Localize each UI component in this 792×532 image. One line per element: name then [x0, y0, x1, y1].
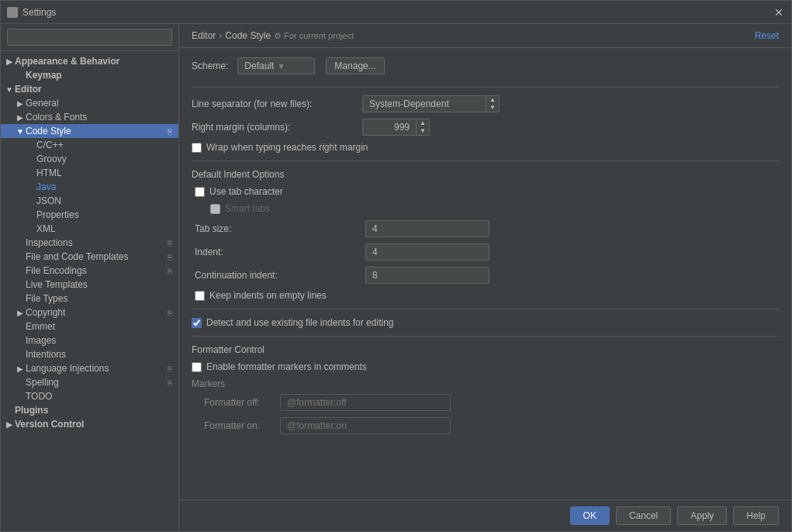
enable-formatter-row: Enable formatter markers in comments	[192, 361, 779, 372]
sidebar-label-java: Java	[36, 181, 175, 192]
sidebar-item-intentions[interactable]: Intentions	[1, 347, 178, 361]
sidebar-label-inspections: Inspections	[26, 237, 164, 248]
enable-formatter-checkbox[interactable]	[192, 362, 202, 372]
formatter-on-input[interactable]	[280, 417, 451, 434]
tree-arrow-version-control: ▶	[4, 419, 15, 430]
cancel-button[interactable]: Cancel	[616, 506, 671, 525]
sidebar-label-plugins: Plugins	[15, 405, 175, 416]
manage-button[interactable]: Manage...	[326, 57, 384, 74]
tree-spacer-plugins	[4, 405, 15, 416]
close-button[interactable]: ✕	[773, 6, 785, 19]
scheme-dropdown[interactable]: Default ▼	[237, 57, 315, 74]
tree-spacer-keymap	[15, 70, 26, 81]
sidebar-item-inspections[interactable]: Inspections⎘	[1, 236, 178, 250]
sidebar-item-json[interactable]: JSON	[1, 194, 178, 208]
keep-indents-label: Keep indents on empty lines	[209, 290, 327, 301]
smart-tabs-checkbox[interactable]	[210, 204, 220, 214]
help-button[interactable]: Help	[733, 506, 779, 525]
tree-spacer-spelling	[15, 377, 26, 388]
sidebar-item-groovy[interactable]: Groovy	[1, 152, 178, 166]
sidebar-item-editor[interactable]: ▼Editor	[1, 82, 178, 96]
sidebar-item-live-templates[interactable]: Live Templates	[1, 278, 178, 292]
continuation-label: Continuation indent:	[195, 270, 365, 281]
sidebar-label-xml: XML	[36, 223, 175, 234]
line-separator-control: System-Dependent ▲ ▼	[362, 95, 500, 112]
settings-window: Settings ✕ ▶Appearance & BehaviorKeymap▼…	[0, 0, 792, 532]
sidebar-label-images: Images	[26, 335, 175, 346]
formatter-on-label: Formatter on:	[204, 420, 274, 431]
divider-4	[192, 336, 779, 337]
indent-row: Indent:	[195, 244, 779, 261]
search-box	[1, 24, 178, 51]
wrap-checkbox-label: Wrap when typing reaches right margin	[206, 142, 368, 153]
sidebar-label-file-types: File Types	[26, 293, 175, 304]
detect-checkbox[interactable]	[192, 318, 202, 328]
search-input[interactable]	[7, 29, 172, 46]
sidebar-item-emmet[interactable]: Emmet	[1, 320, 178, 333]
line-sep-down-button[interactable]: ▼	[486, 104, 499, 112]
continuation-input[interactable]	[365, 267, 489, 284]
apply-button[interactable]: Apply	[677, 506, 727, 525]
sidebar-item-java[interactable]: Java	[1, 180, 178, 194]
smart-tabs-label: Smart tabs	[225, 203, 270, 214]
indent-input[interactable]	[365, 244, 489, 261]
sidebar-item-images[interactable]: Images	[1, 333, 178, 347]
sidebar-label-html: HTML	[36, 168, 175, 178]
right-margin-label: Right margin (columns):	[192, 122, 362, 133]
breadcrumb-parent: Editor	[192, 30, 216, 41]
scheme-row: Scheme: Default ▼ Manage...	[192, 57, 779, 74]
sidebar-item-lang-injections[interactable]: ▶Language Injections⎘	[1, 361, 178, 375]
sidebar-item-colors-fonts[interactable]: ▶Colors & Fonts	[1, 110, 178, 124]
formatter-off-row: Formatter off:	[204, 394, 779, 411]
reset-button[interactable]: Reset	[755, 30, 779, 41]
sidebar-item-version-control[interactable]: ▶Version Control	[1, 417, 178, 431]
line-separator-label: Line separator (for new files):	[192, 98, 362, 109]
sidebar-item-xml[interactable]: XML	[1, 222, 178, 236]
sidebar-item-file-encodings[interactable]: File Encodings⎘	[1, 264, 178, 278]
sidebar-label-file-code-templates: File and Code Templates	[26, 251, 164, 262]
tab-size-input[interactable]	[365, 220, 489, 237]
sidebar-item-general[interactable]: ▶General	[1, 96, 178, 110]
breadcrumb-current: Code Style	[225, 30, 271, 41]
wrap-checkbox-row: Wrap when typing reaches right margin	[192, 142, 779, 153]
panel-header: Editor › Code Style ⚙ For current projec…	[179, 24, 791, 48]
right-margin-row: Right margin (columns): ▲ ▼	[192, 119, 779, 136]
use-tab-checkbox[interactable]	[195, 187, 205, 197]
sidebar-item-file-types[interactable]: File Types	[1, 292, 178, 306]
sidebar-label-intentions: Intentions	[26, 349, 175, 360]
scheme-value: Default	[244, 60, 274, 71]
sidebar-item-copyright[interactable]: ▶Copyright⎘	[1, 306, 178, 320]
formatter-off-input[interactable]	[280, 394, 451, 411]
sidebar-item-appearance[interactable]: ▶Appearance & Behavior	[1, 54, 178, 68]
sidebar-item-file-code-templates[interactable]: File and Code Templates⎘	[1, 250, 178, 264]
keep-indents-row: Keep indents on empty lines	[195, 290, 779, 301]
sidebar-item-spelling[interactable]: Spelling⎘	[1, 375, 178, 389]
sidebar-label-groovy: Groovy	[36, 154, 175, 164]
sidebar-item-todo[interactable]: TODO	[1, 389, 178, 403]
right-margin-down-button[interactable]: ▼	[417, 127, 429, 135]
sidebar-item-code-style[interactable]: ▼Code Style⎘	[1, 124, 178, 138]
line-sep-up-button[interactable]: ▲	[486, 96, 499, 104]
right-margin-arrows: ▲ ▼	[417, 119, 430, 136]
sidebar-item-c-cpp[interactable]: C/C++	[1, 138, 178, 152]
sidebar-item-properties[interactable]: Properties	[1, 208, 178, 222]
divider-3	[192, 309, 779, 309]
continuation-row: Continuation indent:	[195, 267, 779, 284]
line-separator-value[interactable]: System-Dependent	[362, 95, 486, 112]
ok-button[interactable]: OK	[570, 506, 610, 525]
right-margin-input[interactable]	[362, 119, 417, 136]
right-margin-up-button[interactable]: ▲	[417, 119, 429, 127]
sidebar-item-html[interactable]: HTML	[1, 166, 178, 180]
window-title: Settings	[22, 7, 773, 18]
tree-spacer-file-code-templates	[15, 251, 26, 262]
indent-options: Use tab character Smart tabs Tab size: I…	[192, 186, 779, 301]
markers-label: Markers	[192, 378, 779, 389]
sidebar-label-general: General	[26, 98, 175, 109]
wrap-checkbox[interactable]	[192, 143, 202, 153]
sidebar-item-plugins[interactable]: Plugins	[1, 403, 178, 417]
copy-icon-copyright: ⎘	[164, 307, 175, 318]
keep-indents-checkbox[interactable]	[195, 291, 205, 301]
sidebar-label-emmet: Emmet	[26, 321, 175, 332]
sidebar-item-keymap[interactable]: Keymap	[1, 68, 178, 82]
divider-2	[192, 161, 779, 161]
